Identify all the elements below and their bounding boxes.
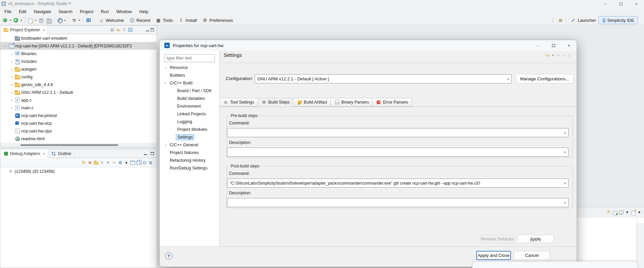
flash-programmer-icon[interactable] [86, 18, 91, 23]
toolbar-overflow-icon[interactable]: ⋮ [550, 18, 556, 23]
dialog-tree-row[interactable]: › Board / Part / SDK [160, 87, 219, 94]
menu-item[interactable]: Search [55, 8, 76, 15]
minimize-view-icon[interactable] [144, 154, 147, 155]
rename-icon[interactable]: ✎ [99, 160, 105, 165]
pre-build-description-input[interactable]: ∨ [227, 148, 569, 157]
close-icon[interactable]: × [43, 152, 45, 156]
table-icon[interactable] [130, 160, 135, 165]
tab-debug-adapters[interactable]: Debug Adapters × [0, 149, 48, 158]
pin-console-icon[interactable] [612, 210, 618, 215]
run-icon[interactable] [13, 18, 19, 23]
dialog-tree-row[interactable]: › Build Variables [160, 94, 219, 102]
help-button[interactable]: ? [165, 252, 172, 260]
restore-console-icon[interactable]: ⇱ [606, 210, 612, 215]
post-build-command-input[interactable]: "C:\SiliconLabs\SimplicityStudio\v5\deve… [227, 179, 569, 188]
configuration-select[interactable]: GNU ARM v12.2.1 - Default [ Active ] ∨ [255, 74, 512, 83]
expander-icon[interactable]: › [9, 90, 14, 94]
expander-icon[interactable]: › [9, 67, 14, 71]
tree-row[interactable]: › bootloader-uart-xmodem [0, 34, 157, 42]
expander-icon[interactable]: › [4, 43, 8, 49]
dialog-tree-row[interactable]: › Environment [160, 102, 219, 110]
tree-row[interactable]: › GNU ARM v12.2.1 - Default [0, 88, 157, 96]
toolbar-button[interactable]: ▦ Tools [153, 16, 175, 24]
maximize-view-icon[interactable] [151, 28, 154, 31]
display-console-icon[interactable] [618, 210, 624, 215]
settings-tab[interactable]: ⚙ Tool Settings [220, 98, 258, 107]
newgroup-icon[interactable] [94, 161, 98, 165]
menu-item[interactable]: File [1, 8, 15, 15]
manage-configurations-button[interactable]: Manage Configurations... [516, 74, 574, 83]
settings-tab[interactable]: ⚒ Build Steps [258, 98, 293, 107]
gearblue-icon[interactable]: ⚙ [118, 160, 123, 165]
apply-button[interactable]: Apply [517, 235, 554, 243]
tab-outline[interactable]: Outline [48, 149, 74, 158]
toolbar-button[interactable]: Recent [127, 16, 153, 24]
dialog-minimize-button[interactable]: — [530, 42, 546, 49]
tree-row[interactable]: › Binaries [0, 50, 157, 58]
dialog-tree-row[interactable]: › Refactoring History [160, 156, 219, 164]
settings-tab[interactable]: Error Parsers [373, 98, 412, 107]
back-icon[interactable]: ⇦ [545, 53, 550, 58]
horizontal-scrollbar[interactable] [0, 143, 157, 147]
collapse-all-icon[interactable]: ⊟ [142, 160, 147, 165]
expand-all-icon[interactable]: ⊞ [148, 160, 153, 165]
tree-row[interactable]: › autogen [0, 65, 157, 73]
menu-item[interactable]: Edit [15, 8, 30, 15]
tree-row[interactable]: › c ncp-uart-hw [GNU ARM v12.2.1 - Defau… [0, 42, 157, 50]
tree-row[interactable]: › config [0, 73, 157, 81]
build-icon[interactable]: ⚒ [71, 18, 77, 23]
menu-item[interactable]: Run [97, 8, 112, 15]
tree-row[interactable]: › ncp-uart-hw.slps [0, 127, 157, 135]
dialog-tree-row[interactable]: › Project Natures [160, 149, 219, 156]
expander-icon[interactable]: › [9, 106, 14, 110]
build-dropdown-icon[interactable]: ▼ [78, 19, 81, 22]
run-dropdown-icon[interactable]: ▼ [20, 19, 23, 22]
expander-icon[interactable]: › [9, 52, 14, 56]
expander-icon[interactable]: › [9, 60, 14, 64]
dialog-tree-row[interactable]: › C/C++ Build [160, 79, 219, 87]
disconnect-icon[interactable]: ✕ [87, 160, 93, 165]
toolbar-button[interactable]: ⌂ Welcome [96, 16, 127, 24]
expander-icon[interactable]: › [9, 83, 14, 87]
filter-icon[interactable]: ▽ [122, 27, 127, 32]
dialog-tree-row[interactable]: › C/C++ General [160, 141, 219, 149]
focus-si-icon[interactable] [128, 27, 133, 32]
dialog-close-button[interactable]: × [561, 42, 577, 49]
pre-build-command-input[interactable]: ∨ [227, 128, 569, 137]
tree-row[interactable]: › app.c [0, 96, 157, 104]
window-maximize-button[interactable] [613, 0, 629, 7]
dialog-tree-row[interactable]: › Project Modules [160, 125, 219, 133]
tree-row[interactable]: › Includes [0, 58, 157, 65]
expander-icon[interactable]: › [9, 75, 14, 79]
sync-icon[interactable]: ↻ [81, 160, 87, 165]
settings-tab[interactable]: Binary Parsers [331, 98, 373, 107]
filter-input[interactable] [164, 54, 215, 62]
open-console-icon[interactable] [631, 210, 636, 215]
open-perspective-icon[interactable]: ⊞ [558, 18, 563, 23]
detach-icon[interactable]: ✂ [111, 160, 117, 165]
new-dropdown-icon[interactable]: ▼ [34, 19, 37, 22]
dropdown-icon[interactable]: ▾ [637, 210, 642, 215]
skip-breakpoints-icon[interactable] [57, 18, 62, 23]
delete-icon[interactable]: ✕ [105, 160, 111, 165]
dropdown-icon[interactable]: ▾ [124, 160, 129, 165]
window-minimize-button[interactable]: – [598, 0, 613, 7]
tree-row[interactable]: › ncp-uart-hw.pintool [0, 112, 157, 119]
dialog-tree-row[interactable]: › Linked Projects [160, 110, 219, 118]
toolbar-button[interactable]: ⇩ Install [176, 16, 200, 24]
menu-item[interactable]: Navigate [30, 8, 55, 15]
maximize-view-icon[interactable] [151, 152, 154, 155]
dialog-tree-row[interactable]: › Settings [160, 133, 219, 141]
tree-row[interactable]: › readme.html [0, 135, 157, 143]
expander-icon[interactable]: › [9, 98, 14, 102]
expander-icon[interactable]: › [163, 66, 168, 70]
debug-icon[interactable] [2, 18, 8, 23]
dialog-titlebar[interactable]: Si Properties for ncp-uart-hw — × [160, 40, 577, 51]
tab-project-explorer[interactable]: Project Explorer × [0, 26, 48, 34]
adapter-list-item[interactable]: (123456) (ID:123456) [0, 167, 157, 175]
menu-item[interactable]: Help [135, 8, 152, 15]
post-build-description-input[interactable]: ∨ [227, 198, 569, 207]
debug-dropdown-icon[interactable]: ▼ [9, 19, 12, 22]
expander-icon[interactable]: › [163, 143, 168, 147]
view-menu-icon[interactable]: ⋮ [567, 53, 572, 58]
